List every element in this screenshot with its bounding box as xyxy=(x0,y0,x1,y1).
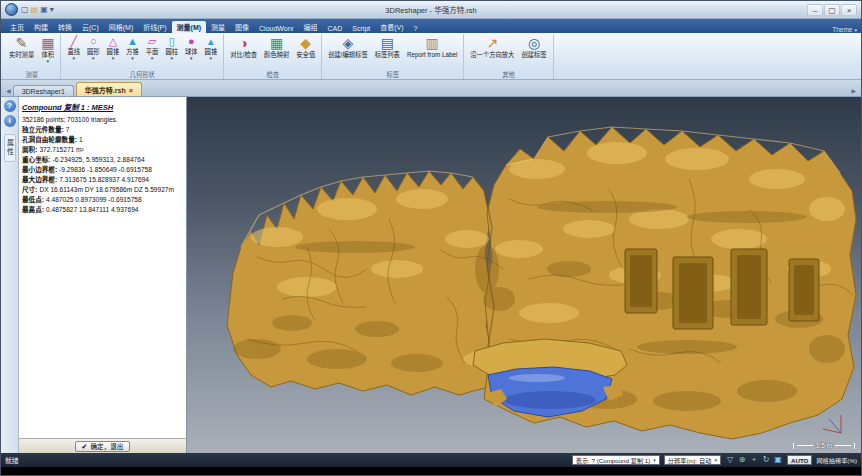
zoom-dir-icon: ↗ xyxy=(486,35,498,51)
representation-combo-label: 表示: ? (Compound 复制 1) xyxy=(576,456,651,465)
ribbon-button[interactable]: ▥Report from Label xyxy=(404,34,460,59)
check-icon: ✔ xyxy=(82,443,88,450)
chevron-down-icon: ▾ xyxy=(112,56,115,61)
properties-tab-label[interactable]: 属性 xyxy=(4,134,16,162)
ribbon-button[interactable]: ▯圆柱▾ xyxy=(162,34,181,61)
chevron-down-icon: ▾ xyxy=(715,457,718,463)
property-line: 重心坐标:-6.234925, 5.959313, 2.884764 xyxy=(22,155,183,165)
menu-tab[interactable]: 网格(M) xyxy=(104,21,139,33)
ribbon-button[interactable]: ◆安全值 xyxy=(293,34,318,59)
ribbon-group-label: 检查 xyxy=(227,70,318,79)
theme-dropdown[interactable]: Theme ▾ xyxy=(832,26,857,33)
menu-tab[interactable]: CloudWorx xyxy=(254,24,299,33)
realtime-measure-icon: ✎ xyxy=(16,35,28,51)
viewport-3d[interactable]: 1.5 m xyxy=(187,97,861,453)
chevron-down-icon: ▾ xyxy=(92,56,95,61)
properties-header: Compound 复制 1 : MESH xyxy=(22,101,183,112)
confirm-exit-button[interactable]: ✔ 确定，退出 xyxy=(75,441,131,452)
menu-tab[interactable]: 编组 xyxy=(299,21,323,33)
ribbon-button[interactable]: ◎创建标签 xyxy=(518,34,549,59)
ribbon-button-label: 创建/编辑标签 xyxy=(328,51,368,59)
close-tab-icon[interactable]: × xyxy=(129,87,133,94)
compare-icon: ◑ xyxy=(239,35,247,51)
filter-icon[interactable]: ▽ xyxy=(725,455,735,465)
ribbon-button[interactable]: ○圆形▾ xyxy=(84,34,103,61)
scroll-right-icon[interactable]: ▶ xyxy=(849,87,858,96)
zoom-fit-icon[interactable]: ⊕ xyxy=(737,455,747,465)
title-bar: ▢▤▣▾ 3DReshaper - 华强方特.rsh –▢× xyxy=(1,1,861,19)
document-tab[interactable]: 华强方特.rsh× xyxy=(76,82,142,96)
new-file-icon[interactable]: ▢ xyxy=(21,5,29,15)
status-ready: 就绪 xyxy=(5,455,19,465)
auto-button[interactable]: AUTO xyxy=(787,455,812,465)
bottom-black-strip xyxy=(1,467,861,475)
ribbon-button[interactable]: ▦颜色映射 xyxy=(261,34,292,59)
maximize-button[interactable]: ▢ xyxy=(824,4,840,16)
ribbon-button[interactable]: ▲方锥▾ xyxy=(123,34,142,61)
ribbon-button-label: 沿一个方向放大 xyxy=(470,51,514,59)
mesh-decimation-label: 网格抽稀率(%) xyxy=(816,456,857,465)
menu-tab[interactable]: ? xyxy=(409,24,423,33)
ribbon-button[interactable]: ▴圆锥▾ xyxy=(202,34,221,61)
app-logo-button[interactable] xyxy=(5,3,18,16)
document-tab[interactable]: 3DReshaper1 xyxy=(13,85,74,96)
ribbon-button[interactable]: ◑对比/检查 xyxy=(227,34,260,59)
ribbon-group-label: 几何形状 xyxy=(64,70,220,79)
menu-tab[interactable]: 云(C) xyxy=(77,21,104,33)
ribbon-group: ╱直线▾○圆形▾△圆锥▾▲方锥▾▱平面▾▯圆柱▾●球体▾▴圆锥▾几何形状 xyxy=(61,34,224,79)
resolution-combo-label: 分辨率(m): 自动 xyxy=(668,456,712,465)
menu-tab[interactable]: Script xyxy=(347,24,375,33)
view-cube-icon[interactable]: ▣ xyxy=(773,455,783,465)
ribbon-button[interactable]: ▤标签列表 xyxy=(372,34,403,59)
ribbon-group: ↗沿一个方向放大◎创建标签其他 xyxy=(464,34,553,79)
window-title: 3DReshaper - 华强方特.rsh xyxy=(1,1,861,18)
property-line: 独立元件数量:7 xyxy=(22,125,183,135)
chevron-down-icon: ▾ xyxy=(653,457,656,463)
ribbon-button[interactable]: ▱平面▾ xyxy=(143,34,162,61)
ribbon-button-label: 对比/检查 xyxy=(230,51,257,59)
scroll-left-icon[interactable]: ◀ xyxy=(4,87,13,96)
menu-tab[interactable]: 主页 xyxy=(5,21,29,33)
ribbon: ✎实时测量▦体积▾测量╱直线▾○圆形▾△圆锥▾▲方锥▾▱平面▾▯圆柱▾●球体▾▴… xyxy=(1,33,861,80)
info-icon[interactable]: i xyxy=(4,115,16,127)
cone-icon: △ xyxy=(109,35,117,48)
3d-mesh-model[interactable] xyxy=(187,97,861,453)
menu-tab[interactable]: 图像 xyxy=(230,21,254,33)
pan-icon[interactable]: + xyxy=(749,455,759,465)
chevron-down-icon: ▾ xyxy=(170,56,173,61)
label-icon: ◈ xyxy=(343,35,354,51)
ribbon-button[interactable]: ◈创建/编辑标签 xyxy=(325,34,371,59)
menu-tab[interactable]: 构建 xyxy=(29,21,53,33)
property-line: 尺寸:DX 16.61143m DY 18.679586m DZ 5.59927… xyxy=(22,185,183,195)
menu-tab[interactable]: 折线(P) xyxy=(138,21,171,33)
property-line: 最小边界框:-9.29836 -1.850649 -0.6915758 xyxy=(22,165,183,175)
ribbon-button-label: 颜色映射 xyxy=(264,51,289,59)
rotate-icon[interactable]: ↻ xyxy=(761,455,771,465)
property-line: 最低点:4.487025 0.8973099 -0.6915758 xyxy=(22,195,183,205)
help-icon[interactable]: ? xyxy=(4,100,16,112)
menu-tab[interactable]: 测量 xyxy=(206,21,230,33)
menu-tab[interactable]: 测量(M) xyxy=(172,21,207,33)
ribbon-button[interactable]: ●球体▾ xyxy=(182,34,201,61)
ribbon-button[interactable]: △圆锥▾ xyxy=(104,34,123,61)
menu-tab[interactable]: 查看(V) xyxy=(375,21,408,33)
property-line: 孔洞自由轮廓数量:1 xyxy=(22,135,183,145)
representation-combo[interactable]: 表示: ? (Compound 复制 1) ▾ xyxy=(572,455,660,465)
ribbon-button[interactable]: ▦体积▾ xyxy=(38,34,57,64)
pyramid-icon: ▲ xyxy=(127,35,138,48)
open-file-icon[interactable]: ▤ xyxy=(31,5,39,15)
ribbon-button[interactable]: ╱直线▾ xyxy=(64,34,83,61)
resolution-combo[interactable]: 分辨率(m): 自动 ▾ xyxy=(664,455,721,465)
ribbon-button[interactable]: ✎实时测量 xyxy=(6,34,37,59)
save-icon[interactable]: ▣ xyxy=(40,5,48,15)
ribbon-group-label: 测量 xyxy=(6,70,57,79)
chevron-down-icon: ▾ xyxy=(210,56,213,61)
minimize-button[interactable]: – xyxy=(807,4,823,16)
ribbon-group: ✎实时测量▦体积▾测量 xyxy=(3,34,61,79)
close-button[interactable]: × xyxy=(841,4,857,16)
menu-tab[interactable]: 转换 xyxy=(53,21,77,33)
menu-tab[interactable]: CAD xyxy=(323,24,348,33)
document-tab-label: 华强方特.rsh xyxy=(85,85,126,95)
dropdown-icon[interactable]: ▾ xyxy=(50,5,54,15)
ribbon-button[interactable]: ↗沿一个方向放大 xyxy=(467,34,517,59)
